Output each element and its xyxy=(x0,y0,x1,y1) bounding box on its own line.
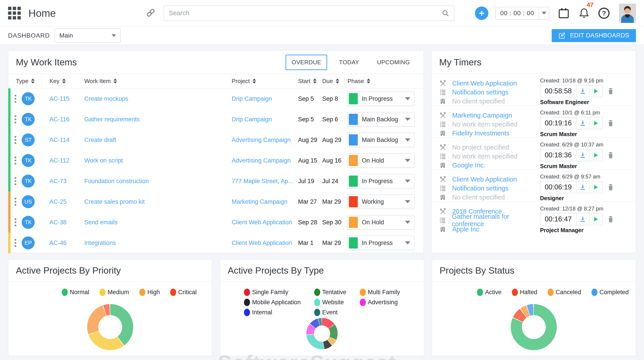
drag-handle-icon[interactable] xyxy=(14,136,16,144)
timer-dropdown[interactable] xyxy=(539,7,549,19)
work-item-phase-cell: Working xyxy=(345,195,424,209)
work-item-type-badge[interactable]: TK xyxy=(22,154,35,167)
notifications-button[interactable]: 47 xyxy=(578,8,590,19)
help-button[interactable]: ? xyxy=(598,8,610,19)
work-item-project-link[interactable]: Marketing Campaign xyxy=(231,198,297,205)
delete-timer-button[interactable] xyxy=(607,215,614,223)
work-item-project-link[interactable]: Advertising Campaign xyxy=(231,157,297,164)
work-item-title-link[interactable]: Work on script xyxy=(82,157,231,164)
column-header-key[interactable]: Key xyxy=(42,74,82,88)
log-time-button[interactable] xyxy=(576,117,589,129)
column-header-type[interactable]: Type xyxy=(8,74,42,88)
global-timer-widget[interactable]: 00 : 00 : 00 xyxy=(496,7,549,20)
phase-select[interactable]: Working xyxy=(347,195,414,209)
drag-handle-icon[interactable] xyxy=(14,239,16,247)
search-icon[interactable] xyxy=(442,10,449,17)
work-items-tab[interactable]: TODAY xyxy=(333,55,365,70)
work-item-key-link[interactable]: AC-112 xyxy=(42,157,82,164)
work-item-type-badge[interactable]: TK xyxy=(22,92,35,105)
phase-select[interactable]: In Progress xyxy=(347,174,414,188)
apps-grid-icon[interactable] xyxy=(8,7,21,20)
phase-select[interactable]: Main Backlog xyxy=(347,112,414,126)
column-header-due[interactable]: Due xyxy=(321,74,345,88)
drag-handle-icon[interactable] xyxy=(14,218,16,226)
work-item-title-link[interactable]: Send emails xyxy=(82,219,231,226)
timer-created-label: Created: 10/1 @ 6:11 pm xyxy=(540,109,630,116)
start-timer-button[interactable] xyxy=(589,181,602,193)
timer-work-item-link[interactable]: Notification settings xyxy=(452,89,508,96)
work-item-key-link[interactable]: AC-115 xyxy=(42,95,82,102)
work-item-title-link[interactable]: Create sales promo kit xyxy=(82,198,231,205)
timer-client-link[interactable]: Apple Inc. xyxy=(452,226,481,233)
work-item-project-link[interactable]: Drip Campaign xyxy=(231,116,297,123)
work-item-key-link[interactable]: AC-73 xyxy=(42,178,82,185)
work-item-key-link[interactable]: AC-114 xyxy=(42,137,82,143)
work-item-project-link[interactable]: 777 Maple Street, Ap... xyxy=(231,178,297,185)
delete-timer-button[interactable] xyxy=(607,151,614,159)
drag-handle-icon[interactable] xyxy=(14,198,16,206)
work-item-project-link[interactable]: Client Web Application xyxy=(231,219,297,226)
start-timer-button[interactable] xyxy=(589,149,602,161)
phase-select[interactable]: In Progress xyxy=(347,92,414,106)
work-items-tab[interactable]: UPCOMING xyxy=(371,55,416,70)
work-items-tab[interactable]: OVERDUE xyxy=(286,55,327,70)
edit-dashboards-button[interactable]: EDIT DASHBOARDS xyxy=(552,29,636,42)
phase-select[interactable]: Main Backlog xyxy=(347,133,414,147)
work-item-title-link[interactable]: Gather requirements xyxy=(82,116,231,123)
start-timer-button[interactable] xyxy=(589,213,602,225)
dashboard-select[interactable]: Main xyxy=(54,29,121,43)
timer-client-link[interactable]: Fidelity Investments xyxy=(452,130,510,137)
drag-handle-icon[interactable] xyxy=(14,177,16,185)
delete-timer-button[interactable] xyxy=(607,87,614,95)
work-item-title-link[interactable]: Integrations xyxy=(82,240,231,247)
work-item-project-link[interactable]: Client Web Application xyxy=(231,240,297,247)
log-time-button[interactable] xyxy=(576,213,589,225)
column-header-work-item[interactable]: Work Item xyxy=(82,74,231,88)
column-header-project[interactable]: Project xyxy=(231,74,297,88)
search-input[interactable] xyxy=(169,10,442,17)
work-item-title-link[interactable]: Foundation construction xyxy=(82,178,231,185)
start-timer-button[interactable] xyxy=(589,117,602,129)
work-item-key-link[interactable]: AC-46 xyxy=(42,240,82,247)
timer-project-link[interactable]: Marketing Campaign xyxy=(452,112,512,119)
delete-timer-button[interactable] xyxy=(607,119,614,127)
calendar-button[interactable] xyxy=(558,7,570,19)
add-new-button[interactable]: + xyxy=(475,7,488,20)
log-time-button[interactable] xyxy=(576,85,589,97)
log-time-button[interactable] xyxy=(576,181,589,193)
work-item-project-link[interactable]: Advertising Campaign xyxy=(231,137,297,143)
timer-project-link[interactable]: Client Web Application xyxy=(452,176,517,183)
drag-handle-icon[interactable] xyxy=(14,156,16,164)
column-header-start[interactable]: Start xyxy=(297,74,321,88)
column-header-phase[interactable]: Phase xyxy=(345,74,424,88)
timer-project-link[interactable]: Client Web Application xyxy=(452,80,517,87)
phase-select[interactable]: In Progress xyxy=(347,236,414,250)
work-item-type-badge[interactable]: EP xyxy=(22,236,35,249)
work-item-type-badge[interactable]: ST xyxy=(22,133,35,146)
work-item-key-link[interactable]: AC-25 xyxy=(42,198,82,205)
drag-handle-icon[interactable] xyxy=(14,115,16,123)
work-item-type-badge[interactable]: TK xyxy=(22,113,35,126)
donut-chart-type[interactable] xyxy=(306,318,338,349)
legend-label: Critical xyxy=(178,289,197,296)
work-item-type-badge[interactable]: US xyxy=(22,195,35,208)
work-item-key-link[interactable]: AC-38 xyxy=(42,219,82,226)
start-timer-button[interactable] xyxy=(589,85,602,97)
work-item-key-link[interactable]: AC-116 xyxy=(42,116,82,123)
donut-chart-priority[interactable] xyxy=(87,304,133,350)
work-item-type-badge[interactable]: TK xyxy=(22,216,35,229)
phase-select[interactable]: On Hold xyxy=(347,215,414,230)
delete-timer-button[interactable] xyxy=(607,183,614,191)
timer-work-item-link[interactable]: Notification settings xyxy=(452,185,508,192)
drag-handle-icon[interactable] xyxy=(14,95,16,103)
timer-client-link[interactable]: Google Inc. xyxy=(452,162,485,169)
log-time-button[interactable] xyxy=(576,149,589,161)
work-item-title-link[interactable]: Create mockups xyxy=(82,95,231,102)
link-icon[interactable] xyxy=(145,8,156,19)
work-item-project-link[interactable]: Drip Campaign xyxy=(231,95,297,102)
donut-chart-status[interactable] xyxy=(511,304,557,350)
user-avatar[interactable] xyxy=(619,4,636,23)
work-item-type-badge[interactable]: TK xyxy=(22,175,35,188)
work-item-title-link[interactable]: Create draft xyxy=(82,137,231,143)
phase-select[interactable]: On Hold xyxy=(347,153,414,168)
